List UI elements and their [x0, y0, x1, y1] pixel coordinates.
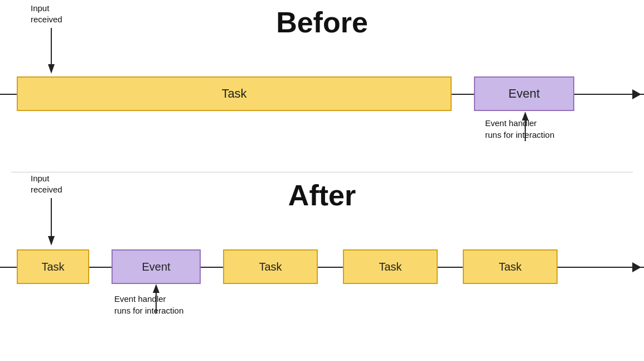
after-arrow-right: [632, 262, 641, 272]
after-task-box-4: Task: [463, 249, 558, 284]
before-event-box: Event: [474, 76, 574, 111]
before-title: Before: [276, 6, 368, 39]
after-section: After Inputreceived Task Event Task Task…: [0, 173, 644, 361]
after-task-box-2: Task: [223, 249, 318, 284]
after-input-arrow: [46, 198, 57, 251]
after-event-handler-label: Event handlerruns for interaction: [114, 293, 183, 316]
after-task-label-4: Task: [498, 261, 521, 273]
after-task-label-2: Task: [259, 261, 282, 273]
after-event-box: Event: [112, 249, 201, 284]
svg-marker-5: [48, 236, 55, 246]
after-task-label-3: Task: [379, 261, 401, 273]
after-input-received-label: Inputreceived: [31, 173, 62, 195]
after-title: After: [288, 179, 356, 212]
section-divider: [11, 172, 633, 172]
before-section: Before Inputreceived Task Event Event ha…: [0, 0, 644, 173]
after-event-label: Event: [142, 261, 170, 273]
before-event-handler-label: Event handlerruns for interaction: [485, 117, 554, 141]
before-task-box: Task: [17, 76, 452, 111]
diagram-container: Before Inputreceived Task Event Event ha…: [0, 0, 644, 361]
before-input-arrow: [46, 28, 57, 78]
after-task-label-1: Task: [41, 261, 64, 273]
svg-marker-7: [153, 284, 159, 293]
before-arrow-right: [632, 89, 641, 99]
before-input-received-label: Inputreceived: [31, 3, 62, 25]
svg-marker-1: [48, 64, 55, 74]
after-task-box-1: Task: [17, 249, 89, 284]
before-event-label: Event: [509, 86, 540, 101]
after-task-box-3: Task: [343, 249, 438, 284]
before-task-label: Task: [221, 86, 246, 101]
